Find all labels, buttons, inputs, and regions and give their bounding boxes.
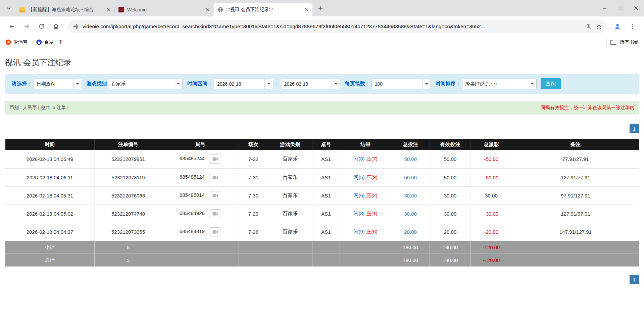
divider [606, 39, 607, 46]
subtotal-total-bet: 180.00 [391, 241, 430, 254]
cell-total-bet[interactable]: 50.00 [391, 150, 430, 168]
replay-video-button[interactable] [209, 209, 221, 218]
header-payout: 总派彩 [471, 139, 512, 150]
folder-icon [610, 40, 616, 45]
close-tab-icon[interactable] [106, 7, 112, 13]
per-page-dropdown-button[interactable] [422, 79, 431, 89]
browser-toolbar: videoie.com/ipl/portal.php/game/betrecor… [0, 16, 644, 36]
cell-result: 闲(8)庄(1) [340, 205, 391, 223]
currency-summary: 币别 : 人民币 | 总共 :5 注单 | [9, 105, 68, 111]
site-info-icon[interactable] [72, 23, 79, 30]
replay-video-button[interactable] [209, 227, 221, 236]
baidu-paw-icon [36, 39, 42, 45]
all-bookmarks-button[interactable]: 所有书签 [620, 39, 639, 45]
result-banker: 庄(7) [366, 156, 378, 162]
info-bar: 币别 : 人民币 | 总共 :5 注单 | 同局有效投注，统一计算在该局第一张注… [5, 101, 639, 115]
cell-bet-no: 523212076066 [95, 186, 162, 205]
header-table-no: 桌号 [312, 139, 340, 150]
result-banker: 庄(1) [366, 211, 378, 216]
cell-game-type: 百家乐 [268, 150, 312, 168]
total-total-bet: 180.00 [391, 254, 430, 266]
forward-button[interactable] [20, 20, 33, 33]
browser-tab-forum[interactable]: 【新提醒】海燕策略论坛 - 综合 [15, 3, 114, 16]
result-player: 闲(8) [353, 156, 364, 162]
header-round-no: 局号 [162, 139, 239, 150]
date-from-input[interactable] [214, 79, 264, 89]
game-type-label: 游戏类别 [87, 81, 107, 87]
url-text[interactable]: videoie.com/ipl/portal.php/game/betrecor… [83, 24, 582, 30]
bookmark-aitaobao[interactable]: 淘 爱淘宝 [5, 39, 28, 45]
date-from-dropdown-button[interactable] [264, 79, 273, 89]
back-button[interactable] [5, 20, 18, 33]
svg-text:淘: 淘 [6, 41, 10, 44]
bookmark-star-icon[interactable] [596, 23, 602, 30]
close-icon [634, 6, 638, 10]
query-type-dropdown-button[interactable] [73, 79, 82, 89]
new-tab-button[interactable] [316, 4, 325, 13]
tab-title: Welcome [127, 7, 202, 12]
cell-total-bet[interactable]: 30.00 [391, 205, 430, 223]
minimize-button[interactable] [597, 0, 612, 16]
chevron-down-icon [7, 7, 11, 10]
close-tab-icon[interactable] [304, 7, 310, 13]
address-bar[interactable]: videoie.com/ipl/portal.php/game/betrecor… [68, 20, 606, 33]
header-remark: 备注 [512, 139, 639, 150]
close-tab-icon[interactable] [205, 7, 211, 13]
replay-video-button[interactable] [209, 191, 221, 200]
date-to-input[interactable] [281, 79, 332, 89]
empty-cell [312, 254, 340, 266]
cell-total-bet[interactable]: 30.00 [391, 186, 430, 205]
close-window-button[interactable] [628, 0, 644, 16]
result-player: 闲(8) [353, 211, 364, 216]
table-row: 2026-02-18 04:06:49 523212079851 6854852… [5, 150, 639, 168]
pagination-page-1[interactable]: 1 [630, 124, 639, 133]
bookmark-baidu[interactable]: 百度一下 [36, 39, 63, 45]
page-content: 视讯 会员下注纪录 请选择： 游戏类别 时间区间： ~ 每页笔数： 时间排序： [0, 57, 644, 294]
browser-tab-bet-records[interactable]: :::视讯 会员下注纪录::: [213, 3, 312, 16]
pagination-page-1[interactable]: 1 [630, 275, 639, 284]
cell-session: 7-31 [239, 168, 268, 186]
empty-cell [239, 254, 268, 266]
cell-result: 闲(9)庄(6) [340, 223, 391, 241]
cell-total-bet[interactable]: 20.00 [391, 223, 430, 241]
cell-valid-bet: 50.00 [430, 150, 471, 168]
cell-remark: 97.91/127.91 [512, 186, 639, 205]
game-type-input[interactable] [108, 79, 174, 89]
cell-result: 闲(6)庄(2) [340, 186, 391, 205]
maximize-button[interactable] [612, 0, 628, 16]
game-type-dropdown-button[interactable] [174, 79, 182, 89]
back-icon [8, 23, 15, 30]
browser-tab-welcome[interactable]: Welcome [114, 3, 213, 16]
result-player: 闲(9) [353, 229, 364, 234]
browser-menu-button[interactable] [626, 20, 639, 33]
query-type-input[interactable] [34, 79, 73, 89]
replay-video-button[interactable] [209, 154, 221, 164]
video-camera-icon [212, 230, 218, 234]
time-sort-dropdown-button[interactable] [528, 79, 536, 89]
per-page-combobox [371, 79, 431, 89]
date-to-combobox [281, 79, 340, 89]
cell-total-bet[interactable]: 50.00 [391, 168, 430, 186]
cell-table-no: AS1 [312, 150, 340, 168]
zoom-icon[interactable] [586, 23, 592, 30]
forum-favicon [19, 7, 25, 12]
chevron-down-icon [335, 83, 337, 86]
chevron-down-icon [425, 83, 428, 86]
total-payout: -120.00 [471, 254, 512, 266]
replay-video-button[interactable] [209, 173, 221, 182]
subtotal-payout: -120.00 [471, 241, 512, 254]
time-sort-input[interactable] [462, 79, 528, 89]
tab-search-button[interactable] [4, 4, 13, 13]
subtotal-count: 5 [95, 241, 162, 254]
pagination-top: 1 [5, 124, 639, 133]
home-button[interactable] [50, 20, 62, 33]
per-page-input[interactable] [372, 79, 422, 89]
date-from-combobox [214, 79, 273, 89]
date-range-label: 时间区间： [187, 81, 212, 87]
refresh-button[interactable] [35, 20, 48, 33]
profile-button[interactable] [611, 20, 624, 33]
cell-session: 7-29 [239, 205, 268, 223]
table-row: 2026-02-18 04:05:31 523212076066 6854850… [5, 186, 639, 205]
search-button[interactable]: 查询 [541, 78, 561, 89]
date-to-dropdown-button[interactable] [332, 79, 340, 89]
